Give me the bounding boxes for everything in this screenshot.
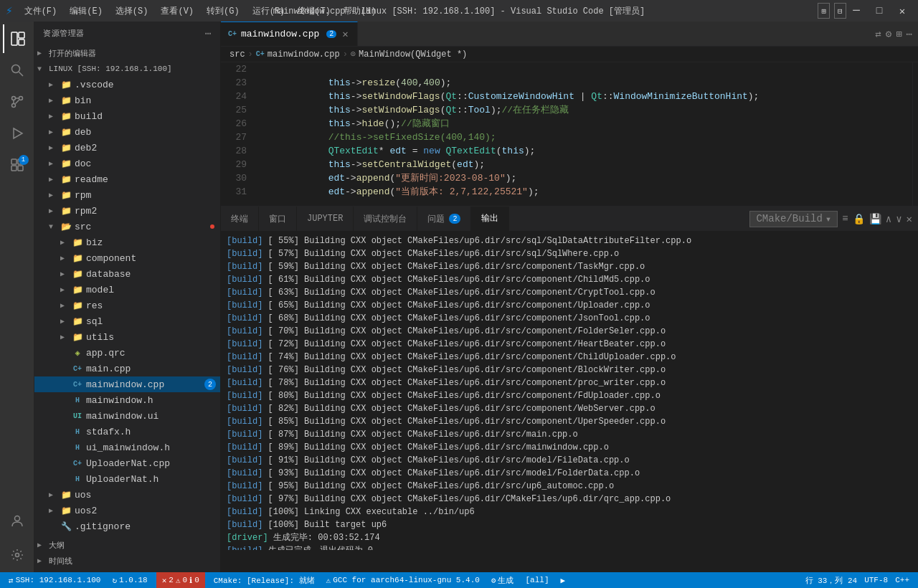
tree-item-rpm2[interactable]: ▶ 📁 rpm2 <box>34 203 220 219</box>
activity-debug[interactable] <box>3 119 32 148</box>
tree-item-uos2[interactable]: ▶ 📁 uos2 <box>34 503 220 518</box>
list-view-icon[interactable]: ≡ <box>842 213 848 224</box>
breadcrumb-func[interactable]: MainWindow(QWidget *) <box>359 49 467 60</box>
status-line-col[interactable]: 行 33，列 24 <box>803 575 861 586</box>
tree-item-rpm[interactable]: ▶ 📁 rpm <box>34 187 220 203</box>
menu-view[interactable]: 查看(V) <box>155 4 199 19</box>
activity-extensions[interactable]: 1 <box>3 151 32 179</box>
terminal-line: [build] [ 85%] Building CXX object CMake… <box>227 415 912 428</box>
status-encoding[interactable]: UTF-8 <box>861 576 891 584</box>
terminal-tab-problems[interactable]: 问题 2 <box>417 207 471 231</box>
tree-item-readme[interactable]: ▶ 📁 readme <box>34 171 220 187</box>
status-gcc[interactable]: ⚠ GCC for aarch64-linux-gnu 5.4.0 <box>323 572 483 588</box>
tab-mainwindow-cpp[interactable]: C+ mainwindow.cpp 2 ✕ <box>221 22 358 46</box>
code-line-31: edt->append("当前版本: 2,7,122,25521"); <box>261 185 907 199</box>
tree-item-main-cpp[interactable]: C+ main.cpp <box>34 361 220 376</box>
window-icons: ⊞ ⊟ <box>823 3 843 19</box>
chevron-up-icon[interactable]: ∧ <box>886 213 891 225</box>
tree-item-gitignore[interactable]: 🔧 .gitignore <box>34 518 220 534</box>
outline-section[interactable]: ▶ 大纲 <box>34 537 220 553</box>
status-ssh[interactable]: ⇄ SSH: 192.168.1.100 <box>6 572 103 588</box>
more-actions-icon[interactable]: ⚙ <box>886 28 891 40</box>
warning-small-icon: ⚠ <box>326 576 331 585</box>
open-editors-section[interactable]: ▶ 打开的编辑器 <box>34 45 220 61</box>
terminal-tab-window[interactable]: 窗口 <box>259 207 297 231</box>
status-language[interactable]: C++ <box>892 576 912 584</box>
item-label: biz <box>86 237 220 248</box>
tree-item-mainwindow-ui[interactable]: UI mainwindow.ui <box>34 408 220 424</box>
breadcrumb-src[interactable]: src <box>230 49 245 60</box>
tree-item-src[interactable]: ▼ 📂 src <box>34 219 220 234</box>
tree-item-app-qrc[interactable]: ◈ app.qrc <box>34 345 220 361</box>
gcc-label: GCC for aarch64-linux-gnu 5.4.0 <box>333 576 480 584</box>
tree-item-database[interactable]: ▶ 📁 database <box>34 266 220 282</box>
tree-item-build[interactable]: ▶ 📁 build <box>34 108 220 124</box>
svg-point-3 <box>11 65 19 73</box>
dropdown-label: CMake/Build <box>756 213 822 224</box>
status-sync[interactable]: ↻ 1.0.18 <box>109 572 150 588</box>
tab-close-button[interactable]: ✕ <box>341 27 349 41</box>
sidebar-tree[interactable]: ▶ 打开的编辑器 ▼ LINUX [SSH: 192.168.1.100] ▶ … <box>34 45 220 572</box>
activity-search[interactable] <box>3 56 32 85</box>
tree-item-stdafx-h[interactable]: H stdafx.h <box>34 424 220 440</box>
terminal-tab-output[interactable]: 输出 <box>471 207 509 231</box>
activity-settings[interactable] <box>3 541 32 569</box>
maximize-button[interactable]: □ <box>869 3 889 19</box>
linux-section[interactable]: ▼ LINUX [SSH: 192.168.1.100] <box>34 61 220 77</box>
cmake-build-dropdown[interactable]: CMake/Build ▾ <box>749 211 838 227</box>
menu-select[interactable]: 选择(S) <box>110 4 154 19</box>
split-editor-icon[interactable]: ⇄ <box>875 28 881 40</box>
close-panel-icon[interactable]: ✕ <box>907 213 912 225</box>
ellipsis-icon[interactable]: ⋯ <box>907 28 912 40</box>
status-errors[interactable]: ✕ 2 ⚠ 0 ℹ 0 <box>156 572 205 588</box>
menu-edit[interactable]: 编辑(E) <box>64 4 108 19</box>
tree-item-vscode[interactable]: ▶ 📁 .vscode <box>34 77 220 93</box>
close-button[interactable]: ✕ <box>892 3 912 19</box>
status-generate[interactable]: ⚙ 生成 <box>488 572 517 588</box>
activity-git[interactable] <box>3 87 32 116</box>
folder-open-icon: 📂 <box>60 221 72 232</box>
tree-item-doc[interactable]: ▶ 📁 doc <box>34 156 220 171</box>
minimap <box>912 62 918 206</box>
terminal-tab-terminal[interactable]: 终端 <box>221 207 259 231</box>
folder-icon: 📁 <box>60 142 72 153</box>
tree-item-deb2[interactable]: ▶ 📁 deb2 <box>34 140 220 156</box>
menu-file[interactable]: 文件(F) <box>19 4 63 19</box>
terminal-tab-jupyter[interactable]: JUPYTER <box>297 207 354 231</box>
tree-item-ui-mainwindow-h[interactable]: H ui_mainwindow.h <box>34 440 220 455</box>
layout-icon[interactable]: ⊞ <box>896 28 902 40</box>
menu-goto[interactable]: 转到(G) <box>201 4 245 19</box>
tree-item-mainwindow-h[interactable]: H mainwindow.h <box>34 392 220 408</box>
tree-item-sql[interactable]: ▶ 📁 sql <box>34 313 220 329</box>
status-cmake[interactable]: CMake: [Release]: 就绪 <box>211 572 318 588</box>
lock-icon[interactable]: 🔒 <box>853 213 865 225</box>
terminal-line: [build] [100%] Linking CXX executable ..… <box>227 506 912 518</box>
tree-item-biz[interactable]: ▶ 📁 biz <box>34 234 220 250</box>
chevron-down-icon[interactable]: ∨ <box>896 213 902 225</box>
tree-item-deb[interactable]: ▶ 📁 deb <box>34 124 220 140</box>
tree-item-uploadernat-cpp[interactable]: C+ UploaderNat.cpp <box>34 455 220 471</box>
minimize-button[interactable]: ─ <box>846 3 866 19</box>
folder-icon: 📁 <box>72 316 83 327</box>
tree-item-component[interactable]: ▶ 📁 component <box>34 250 220 266</box>
tree-item-model[interactable]: ▶ 📁 model <box>34 282 220 298</box>
status-all[interactable]: [all] <box>522 572 552 588</box>
code-content[interactable]: this->resize(400,400); this->setWindowFl… <box>255 62 912 206</box>
save-icon[interactable]: 💾 <box>869 213 881 225</box>
activity-explorer[interactable] <box>3 24 32 53</box>
tree-item-res[interactable]: ▶ 📁 res <box>34 298 220 313</box>
svg-point-6 <box>19 97 22 100</box>
tree-item-uploadernat-h[interactable]: H UploaderNat.h <box>34 471 220 487</box>
tree-item-uos[interactable]: ▶ 📁 uos <box>34 487 220 503</box>
tree-item-bin[interactable]: ▶ 📁 bin <box>34 93 220 108</box>
terminal-tab-debug[interactable]: 调试控制台 <box>354 207 417 231</box>
activity-account[interactable] <box>3 506 32 535</box>
tree-item-utils[interactable]: ▶ 📁 utils <box>34 329 220 345</box>
folder-icon: 📁 <box>72 237 83 248</box>
new-file-icon[interactable]: ⋯ <box>205 27 212 39</box>
breadcrumb-file[interactable]: mainwindow.cpp <box>268 49 340 60</box>
timeline-section[interactable]: ▶ 时间线 <box>34 553 220 569</box>
tree-item-mainwindow-cpp[interactable]: C+ mainwindow.cpp 2 <box>34 376 220 392</box>
chevron-right-icon: ▶ <box>49 175 60 184</box>
status-play[interactable]: ▶ <box>558 572 569 588</box>
